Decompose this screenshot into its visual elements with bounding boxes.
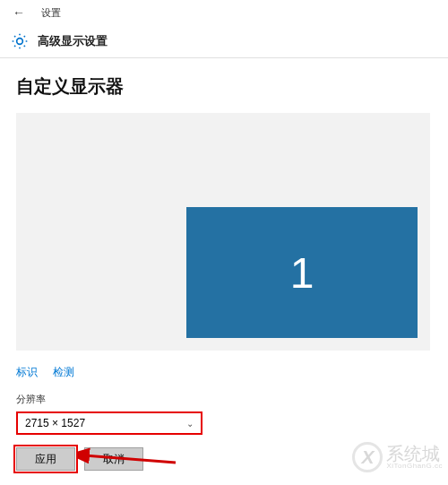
cancel-button[interactable]: 取消 [84,447,143,471]
back-icon[interactable]: ← [13,5,25,20]
content-area: 自定义显示器 1 标识 检测 分辨率 2715 × 1527 ⌄ 应用 取消 [0,58,448,485]
resolution-value: 2715 × 1527 [25,417,85,429]
resolution-label: 分辨率 [16,393,432,406]
titlebar: ← 设置 [0,0,448,25]
monitor-1[interactable]: 1 [186,207,418,338]
watermark: X 系统城 XiTonGhanG.cc [352,442,443,472]
identify-link[interactable]: 标识 [16,366,38,378]
header: 高级显示设置 [0,25,448,57]
resolution-dropdown[interactable]: 2715 × 1527 ⌄ [16,411,202,435]
page-title: 自定义显示器 [16,74,432,99]
apply-button[interactable]: 应用 [16,447,75,471]
watermark-name: 系统城 [386,445,443,463]
titlebar-label: 设置 [41,6,61,20]
monitor-preview-area: 1 [16,113,430,351]
action-links: 标识 检测 [16,365,432,380]
watermark-url: XiTonGhanG.cc [386,463,443,470]
chevron-down-icon: ⌄ [186,419,194,429]
gear-icon [11,32,29,50]
watermark-logo-icon: X [352,442,383,472]
header-title: 高级显示设置 [38,33,108,49]
detect-link[interactable]: 检测 [53,366,74,378]
monitor-number: 1 [290,248,314,298]
